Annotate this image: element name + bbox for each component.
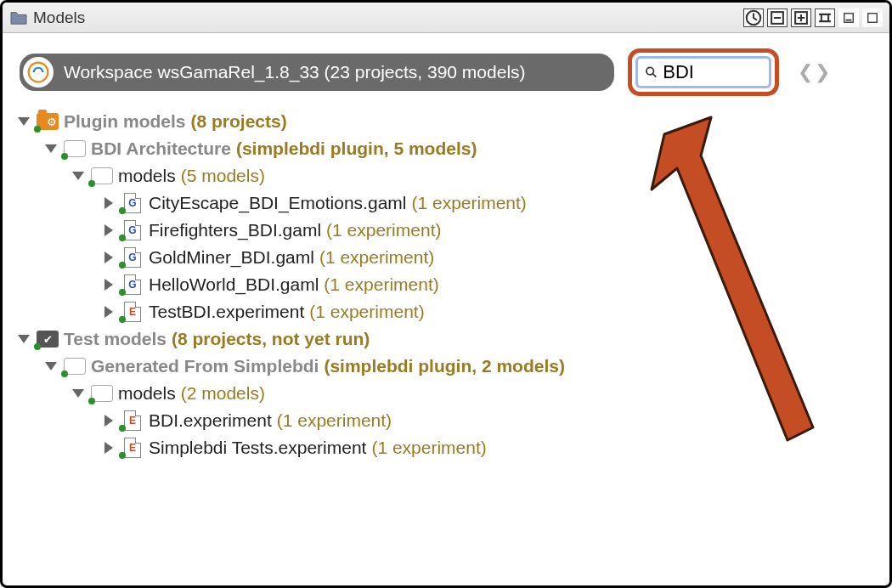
tree-folder[interactable]: models (2 models) bbox=[18, 380, 879, 407]
chevron-right-icon[interactable] bbox=[104, 415, 113, 427]
file-meta: (1 experiment) bbox=[319, 247, 434, 268]
category-count: (8 projects, not yet run) bbox=[172, 329, 370, 349]
file-label: Simplebdi Tests.experiment bbox=[149, 438, 366, 458]
chevron-right-icon[interactable] bbox=[104, 306, 113, 318]
nav-next-icon[interactable]: ❯ bbox=[815, 61, 830, 83]
chevron-down-icon[interactable] bbox=[45, 144, 57, 153]
svg-point-10 bbox=[646, 67, 654, 75]
folder-icon bbox=[9, 10, 28, 25]
tree-file[interactable]: E TestBDI.experiment (1 experiment) bbox=[18, 298, 879, 325]
collapse-all-icon[interactable] bbox=[767, 8, 788, 27]
nav-prev-icon[interactable]: ❮ bbox=[798, 61, 813, 83]
experiment-file-icon: E bbox=[121, 411, 144, 430]
titlebar: Models bbox=[3, 3, 889, 33]
folder-icon bbox=[91, 167, 113, 185]
test-folder-icon: ✔ bbox=[37, 330, 59, 348]
project-meta: (simplebdi plugin, 2 models) bbox=[324, 356, 565, 376]
chevron-down-icon[interactable] bbox=[18, 335, 30, 343]
chevron-right-icon[interactable] bbox=[104, 279, 113, 291]
experiment-file-icon: E bbox=[121, 438, 144, 457]
file-label: HelloWorld_BDI.gaml bbox=[149, 274, 319, 295]
workspace-label: Workspace wsGamaRel_1.8_33 (23 projects,… bbox=[64, 62, 526, 82]
file-label: BDI.experiment bbox=[149, 410, 272, 431]
file-meta: (1 experiment) bbox=[371, 438, 486, 458]
project-folder-icon bbox=[64, 357, 86, 376]
tree-file[interactable]: G CityEscape_BDI_Emotions.gaml (1 experi… bbox=[18, 189, 879, 217]
chevron-down-icon[interactable] bbox=[18, 117, 30, 126]
folder-meta: (2 models) bbox=[181, 383, 265, 404]
project-meta: (simplebdi plugin, 5 models) bbox=[236, 139, 477, 159]
chevron-right-icon[interactable] bbox=[104, 252, 113, 263]
workspace-icon bbox=[23, 57, 54, 88]
gaml-file-icon: G bbox=[121, 248, 144, 267]
tree-file[interactable]: G HelloWorld_BDI.gaml (1 experiment) bbox=[18, 271, 879, 298]
view-title: Models bbox=[33, 8, 85, 27]
file-meta: (1 experiment) bbox=[326, 220, 441, 240]
tree-file[interactable]: E Simplebdi Tests.experiment (1 experime… bbox=[18, 434, 879, 461]
file-meta: (1 experiment) bbox=[277, 410, 392, 431]
maximize-icon[interactable] bbox=[862, 8, 883, 27]
chevron-down-icon[interactable] bbox=[45, 362, 57, 370]
search-input[interactable] bbox=[663, 61, 762, 83]
category-label: Plugin models bbox=[64, 111, 186, 132]
file-label: Firefighters_BDI.gaml bbox=[149, 220, 321, 240]
chevron-down-icon[interactable] bbox=[72, 389, 84, 398]
titlebar-left: Models bbox=[9, 8, 85, 27]
plugin-folder-icon: ⚙ bbox=[37, 112, 59, 131]
svg-rect-8 bbox=[868, 13, 878, 22]
tree-category[interactable]: ✔ Test models (8 projects, not yet run) bbox=[18, 325, 879, 353]
gaml-file-icon: G bbox=[121, 221, 144, 240]
category-label: Test models bbox=[64, 329, 167, 349]
folder-meta: (5 models) bbox=[181, 166, 265, 186]
folder-icon bbox=[91, 384, 113, 403]
minimize-icon[interactable] bbox=[838, 8, 859, 27]
chevron-down-icon[interactable] bbox=[72, 172, 84, 180]
tree: ⚙ Plugin models (8 projects) BDI Archite… bbox=[3, 96, 889, 472]
tree-file[interactable]: G Firefighters_BDI.gaml (1 experiment) bbox=[18, 217, 879, 244]
file-meta: (1 experiment) bbox=[411, 193, 526, 213]
search-highlight bbox=[628, 48, 779, 96]
gaml-file-icon: G bbox=[121, 275, 144, 294]
chevron-right-icon[interactable] bbox=[104, 442, 113, 454]
gaml-file-icon: G bbox=[121, 194, 144, 212]
file-label: TestBDI.experiment bbox=[149, 302, 304, 322]
svg-line-11 bbox=[653, 74, 657, 77]
experiment-file-icon: E bbox=[121, 302, 144, 321]
search-field[interactable] bbox=[635, 56, 771, 88]
search-icon bbox=[645, 65, 658, 80]
tree-folder[interactable]: models (5 models) bbox=[18, 162, 879, 189]
svg-point-9 bbox=[29, 63, 48, 82]
tree-file[interactable]: G GoldMiner_BDI.gaml (1 experiment) bbox=[18, 244, 879, 271]
project-label: Generated From Simplebdi bbox=[91, 356, 319, 376]
tree-file[interactable]: E BDI.experiment (1 experiment) bbox=[18, 407, 879, 434]
svg-rect-6 bbox=[844, 13, 854, 22]
chevron-right-icon[interactable] bbox=[104, 197, 113, 209]
file-label: GoldMiner_BDI.gaml bbox=[149, 247, 314, 268]
folder-label: models bbox=[118, 166, 176, 186]
tree-project[interactable]: Generated From Simplebdi (simplebdi plug… bbox=[18, 353, 879, 380]
tree-project[interactable]: BDI Architecture (simplebdi plugin, 5 mo… bbox=[18, 135, 879, 162]
folder-label: models bbox=[118, 383, 176, 404]
clock-icon[interactable] bbox=[743, 8, 764, 27]
file-label: CityEscape_BDI_Emotions.gaml bbox=[149, 193, 406, 213]
chevron-right-icon[interactable] bbox=[104, 224, 113, 236]
tree-category[interactable]: ⚙ Plugin models (8 projects) bbox=[18, 108, 879, 135]
workspace-bar: Workspace wsGamaRel_1.8_33 (23 projects,… bbox=[20, 48, 879, 96]
file-meta: (1 experiment) bbox=[309, 302, 424, 322]
workspace-pill[interactable]: Workspace wsGamaRel_1.8_33 (23 projects,… bbox=[20, 54, 614, 91]
category-count: (8 projects) bbox=[191, 111, 287, 132]
link-icon[interactable] bbox=[815, 8, 835, 27]
expand-all-icon[interactable] bbox=[791, 8, 811, 27]
project-folder-icon bbox=[64, 139, 86, 158]
nav-arrows: ❮ ❯ bbox=[798, 61, 830, 83]
file-meta: (1 experiment) bbox=[324, 274, 438, 295]
titlebar-toolbar bbox=[743, 8, 883, 27]
project-label: BDI Architecture bbox=[91, 139, 231, 159]
